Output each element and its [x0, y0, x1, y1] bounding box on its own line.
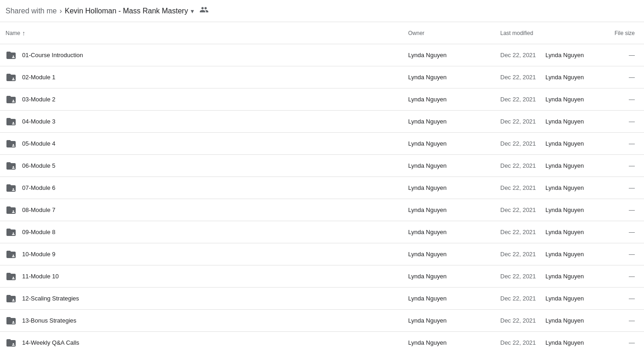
table-row[interactable]: 12-Scaling Strategies Lynda Nguyen Dec 2…: [0, 288, 644, 310]
column-name-header[interactable]: Name ↑: [6, 29, 408, 37]
row-modified-date: Dec 22, 2021: [500, 74, 542, 81]
row-filesize-cell: —: [602, 229, 638, 235]
column-owner-header[interactable]: Owner: [408, 30, 500, 36]
row-owner-cell: Lynda Nguyen: [408, 162, 500, 169]
row-filesize-cell: —: [602, 251, 638, 258]
table-row[interactable]: 08-Module 7 Lynda Nguyen Dec 22, 2021 Ly…: [0, 199, 644, 221]
table-row[interactable]: 07-Module 6 Lynda Nguyen Dec 22, 2021 Ly…: [0, 177, 644, 199]
row-modified-date: Dec 22, 2021: [500, 184, 542, 191]
column-modified-header[interactable]: Last modified: [500, 30, 602, 36]
row-owner-cell: Lynda Nguyen: [408, 317, 500, 324]
row-folder-name: 13-Bonus Strategies: [22, 317, 76, 324]
table-row[interactable]: 14-Weekly Q&A Calls Lynda Nguyen Dec 22,…: [0, 332, 644, 353]
table-row[interactable]: 11-Module 10 Lynda Nguyen Dec 22, 2021 L…: [0, 265, 644, 288]
row-modified-date: Dec 22, 2021: [500, 140, 542, 147]
row-modified-by: Lynda Nguyen: [545, 52, 584, 59]
row-folder-name: 10-Module 9: [22, 251, 55, 258]
manage-people-icon[interactable]: [199, 5, 209, 17]
row-name-cell: 05-Module 4: [6, 138, 408, 149]
name-header-label: Name: [6, 30, 20, 36]
row-name-cell: 01-Course Introduction: [6, 50, 408, 61]
shared-folder-icon: [6, 205, 17, 216]
row-modified-by: Lynda Nguyen: [545, 273, 584, 280]
row-modified-cell: Dec 22, 2021 Lynda Nguyen: [500, 96, 602, 103]
shared-folder-icon: [6, 293, 17, 304]
row-filesize-cell: —: [602, 184, 638, 191]
row-owner-cell: Lynda Nguyen: [408, 184, 500, 191]
row-modified-cell: Dec 22, 2021 Lynda Nguyen: [500, 74, 602, 81]
row-modified-cell: Dec 22, 2021 Lynda Nguyen: [500, 317, 602, 324]
row-modified-date: Dec 22, 2021: [500, 229, 542, 235]
row-folder-name: 02-Module 1: [22, 74, 55, 81]
breadcrumb-separator: ›: [59, 7, 62, 15]
row-modified-cell: Dec 22, 2021 Lynda Nguyen: [500, 184, 602, 191]
shared-folder-icon: [6, 227, 17, 238]
row-name-cell: 02-Module 1: [6, 72, 408, 83]
row-folder-name: 03-Module 2: [22, 96, 55, 103]
row-modified-cell: Dec 22, 2021 Lynda Nguyen: [500, 52, 602, 59]
row-owner-cell: Lynda Nguyen: [408, 140, 500, 147]
row-folder-name: 07-Module 6: [22, 184, 55, 191]
row-name-cell: 12-Scaling Strategies: [6, 293, 408, 304]
table-row[interactable]: 06-Module 5 Lynda Nguyen Dec 22, 2021 Ly…: [0, 155, 644, 177]
table-row[interactable]: 04-Module 3 Lynda Nguyen Dec 22, 2021 Ly…: [0, 111, 644, 133]
row-owner-cell: Lynda Nguyen: [408, 339, 500, 346]
row-filesize-cell: —: [602, 118, 638, 125]
row-name-cell: 03-Module 2: [6, 94, 408, 105]
row-name-cell: 09-Module 8: [6, 227, 408, 238]
table-row[interactable]: 09-Module 8 Lynda Nguyen Dec 22, 2021 Ly…: [0, 221, 644, 243]
table-body: 01-Course Introduction Lynda Nguyen Dec …: [0, 44, 644, 353]
row-filesize-cell: —: [602, 96, 638, 103]
row-modified-cell: Dec 22, 2021 Lynda Nguyen: [500, 251, 602, 258]
row-name-cell: 08-Module 7: [6, 205, 408, 216]
row-modified-by: Lynda Nguyen: [545, 295, 584, 302]
table-header: Name ↑ Owner Last modified File size: [0, 22, 644, 44]
row-modified-cell: Dec 22, 2021 Lynda Nguyen: [500, 339, 602, 346]
row-modified-cell: Dec 22, 2021 Lynda Nguyen: [500, 273, 602, 280]
row-modified-cell: Dec 22, 2021 Lynda Nguyen: [500, 162, 602, 169]
table-row[interactable]: 05-Module 4 Lynda Nguyen Dec 22, 2021 Ly…: [0, 133, 644, 155]
breadcrumb-shared-with-me[interactable]: Shared with me: [6, 7, 57, 15]
row-filesize-cell: —: [602, 339, 638, 346]
table-row[interactable]: 03-Module 2 Lynda Nguyen Dec 22, 2021 Ly…: [0, 88, 644, 111]
row-name-cell: 07-Module 6: [6, 182, 408, 194]
row-modified-by: Lynda Nguyen: [545, 229, 584, 235]
row-filesize-cell: —: [602, 52, 638, 59]
row-modified-date: Dec 22, 2021: [500, 52, 542, 59]
row-folder-name: 06-Module 5: [22, 162, 55, 169]
row-modified-by: Lynda Nguyen: [545, 140, 584, 147]
row-owner-cell: Lynda Nguyen: [408, 118, 500, 125]
row-modified-by: Lynda Nguyen: [545, 74, 584, 81]
row-modified-by: Lynda Nguyen: [545, 206, 584, 213]
row-name-cell: 11-Module 10: [6, 271, 408, 282]
row-folder-name: 11-Module 10: [22, 273, 59, 280]
row-folder-name: 09-Module 8: [22, 229, 55, 235]
shared-folder-icon: [6, 249, 17, 260]
row-name-cell: 10-Module 9: [6, 249, 408, 260]
filesize-header-label: File size: [615, 30, 635, 36]
table-row[interactable]: 02-Module 1 Lynda Nguyen Dec 22, 2021 Ly…: [0, 66, 644, 88]
row-owner-cell: Lynda Nguyen: [408, 229, 500, 235]
row-folder-name: 14-Weekly Q&A Calls: [22, 339, 79, 346]
current-folder-name: Kevin Holloman - Mass Rank Mastery: [65, 7, 188, 15]
row-owner-cell: Lynda Nguyen: [408, 74, 500, 81]
table-row[interactable]: 13-Bonus Strategies Lynda Nguyen Dec 22,…: [0, 310, 644, 332]
table-row[interactable]: 10-Module 9 Lynda Nguyen Dec 22, 2021 Ly…: [0, 243, 644, 265]
row-modified-date: Dec 22, 2021: [500, 251, 542, 258]
row-modified-cell: Dec 22, 2021 Lynda Nguyen: [500, 140, 602, 147]
row-name-cell: 14-Weekly Q&A Calls: [6, 337, 408, 348]
table-row[interactable]: 01-Course Introduction Lynda Nguyen Dec …: [0, 44, 644, 66]
row-name-cell: 06-Module 5: [6, 160, 408, 171]
row-name-cell: 13-Bonus Strategies: [6, 315, 408, 326]
row-filesize-cell: —: [602, 206, 638, 213]
row-modified-date: Dec 22, 2021: [500, 118, 542, 125]
row-filesize-cell: —: [602, 273, 638, 280]
shared-folder-icon: [6, 138, 17, 149]
row-modified-date: Dec 22, 2021: [500, 96, 542, 103]
breadcrumb: Shared with me › Kevin Holloman - Mass R…: [0, 0, 644, 22]
row-modified-cell: Dec 22, 2021 Lynda Nguyen: [500, 229, 602, 235]
chevron-down-icon[interactable]: ▾: [191, 7, 194, 15]
row-folder-name: 05-Module 4: [22, 140, 55, 147]
row-modified-by: Lynda Nguyen: [545, 339, 584, 346]
column-filesize-header[interactable]: File size: [602, 30, 638, 36]
